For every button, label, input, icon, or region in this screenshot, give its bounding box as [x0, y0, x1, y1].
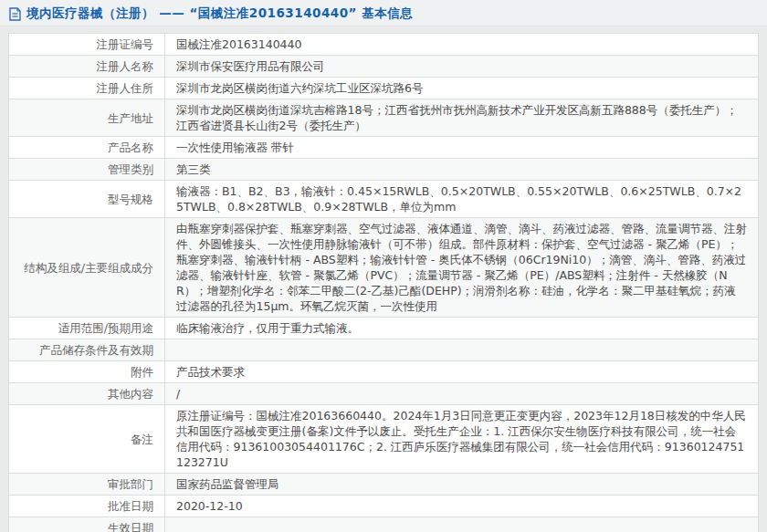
row-label: 注册人名称	[9, 56, 165, 78]
row-label: 注册证编号	[9, 34, 165, 56]
row-label: 产品名称	[9, 137, 165, 159]
table-row: 注册证编号 国械注准20163140440	[9, 34, 759, 56]
row-value: 2020-12-10	[165, 495, 759, 517]
row-value: 深圳市保安医疗用品有限公司	[165, 56, 759, 78]
row-value: 第三类	[165, 159, 759, 181]
document-icon	[9, 7, 21, 21]
table-row: 注册人住所 深圳市龙岗区横岗街道六约深坑工业区深坑路6号	[9, 78, 759, 99]
row-label: 批准日期	[9, 495, 165, 517]
table-row: 注册人名称 深圳市保安医疗用品有限公司	[9, 56, 759, 78]
row-label: 其他内容	[9, 383, 165, 405]
row-label: 结构及组成/主要组成成分	[9, 218, 165, 318]
row-value: 深圳市龙岗区横岗街道深坑吉榕路18号；江西省抚州市抚州高新技术产业开发区高新五路…	[165, 99, 759, 137]
table-row: 生产地址 深圳市龙岗区横岗街道深坑吉榕路18号；江西省抚州市抚州高新技术产业开发…	[9, 99, 759, 137]
page-header: 境内医疗器械（注册） —— “国械注准20163140440” 基本信息	[0, 0, 767, 26]
table-row: 其他内容 /	[9, 383, 759, 405]
table-row: 管理类别 第三类	[9, 159, 759, 181]
row-value: 国家药品监督管理局	[165, 474, 759, 495]
page: 境内医疗器械（注册） —— “国械注准20163140440” 基本信息 注册证…	[0, 0, 767, 532]
row-value: 临床输液治疗，仅用于重力式输液。	[165, 318, 759, 339]
row-value: 由瓶塞穿刺器保护套、瓶塞穿刺器、空气过滤器、液体通道、滴管、滴斗、药液过滤器、管…	[165, 218, 759, 318]
row-value: /	[165, 383, 759, 405]
table-row: 适用范围/预期用途 临床输液治疗，仅用于重力式输液。	[9, 318, 759, 339]
row-label: 适用范围/预期用途	[9, 318, 165, 339]
row-label: 生产地址	[9, 99, 165, 137]
row-value: 深圳市龙岗区横岗街道六约深坑工业区深坑路6号	[165, 78, 759, 99]
row-label: 审批部门	[9, 474, 165, 495]
row-label: 型号规格	[9, 181, 165, 218]
table-row: 生效日期	[9, 517, 759, 532]
registration-info-table: 注册证编号 国械注准20163140440 注册人名称 深圳市保安医疗用品有限公…	[8, 33, 759, 532]
table-row: 审批部门 国家药品监督管理局	[9, 474, 759, 495]
row-label: 生效日期	[9, 517, 165, 532]
table-row: 产品储存条件及有效期	[9, 339, 759, 361]
row-value: 产品技术要求	[165, 361, 759, 383]
row-value: 原注册证编号：国械注准20163660440。2024年1月3日同意更正变更内容…	[165, 405, 759, 474]
table-row: 型号规格 输液器：B1、B2、B3，输液针：0.45×15RWLB、0.5×20…	[9, 181, 759, 218]
row-label: 备注	[9, 405, 165, 474]
table-row: 批准日期 2020-12-10	[9, 495, 759, 517]
row-value: 国械注准20163140440	[165, 34, 759, 56]
row-value: 一次性使用输液器 带针	[165, 137, 759, 159]
row-value: 输液器：B1、B2、B3，输液针：0.45×15RWLB、0.5×20TWLB、…	[165, 181, 759, 218]
row-label: 产品储存条件及有效期	[9, 339, 165, 361]
table-row: 备注 原注册证编号：国械注准20163660440。2024年1月3日同意更正变…	[9, 405, 759, 474]
row-label: 管理类别	[9, 159, 165, 181]
content-area: 注册证编号 国械注准20163140440 注册人名称 深圳市保安医疗用品有限公…	[0, 26, 767, 532]
table-row: 附件 产品技术要求	[9, 361, 759, 383]
table-row: 产品名称 一次性使用输液器 带针	[9, 137, 759, 159]
row-value	[165, 339, 759, 361]
table-row: 结构及组成/主要组成成分 由瓶塞穿刺器保护套、瓶塞穿刺器、空气过滤器、液体通道、…	[9, 218, 759, 318]
row-value	[165, 517, 759, 532]
page-title: 境内医疗器械（注册） —— “国械注准20163140440” 基本信息	[26, 5, 413, 22]
row-label: 附件	[9, 361, 165, 383]
row-label: 注册人住所	[9, 78, 165, 99]
